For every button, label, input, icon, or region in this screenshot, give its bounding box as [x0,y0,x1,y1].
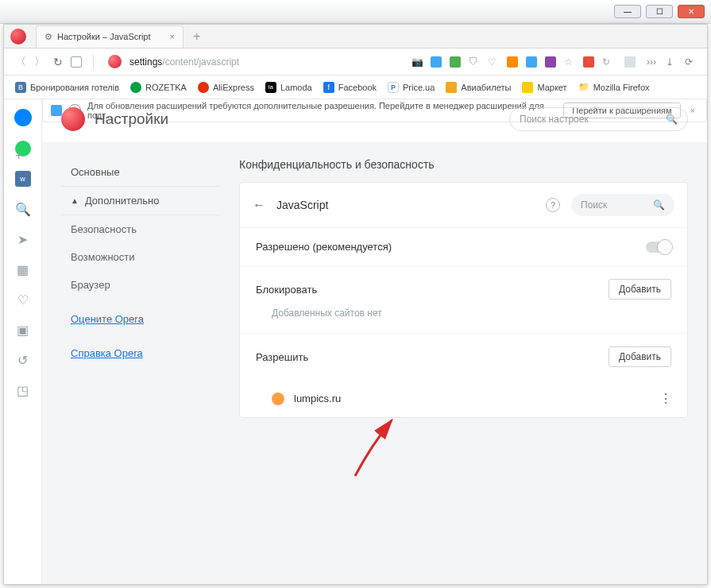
settings-content: Настройки Поиск настроек 🔍 Основные ▲Доп… [42,99,707,584]
new-tab-button[interactable]: + [193,29,200,44]
settings-header: Настройки Поиск настроек 🔍 [42,99,707,142]
search-icon: 🔍 [653,199,665,211]
bookmark-item[interactable]: fFacebook [323,82,377,93]
minimize-button[interactable]: — [614,5,641,18]
bookmark-item[interactable]: 📁Mozilla Firefox [578,82,650,93]
tab-bar: ⚙ Настройки – JavaScript × + [4,25,707,48]
nav-basic[interactable]: Основные [61,158,220,186]
browser-window: ⚙ Настройки – JavaScript × + 〈 〉 ↻ setti… [3,24,708,585]
help-icon[interactable]: ? [546,198,560,212]
card-search-input[interactable]: Поиск 🔍 [571,194,674,216]
search-icon[interactable]: 🔍 [15,201,31,217]
settings-nav: Основные ▲Дополнительно Безопасность Воз… [61,158,220,584]
site-info-icon[interactable] [108,55,122,68]
tab-close-icon[interactable]: × [170,32,175,41]
settings-search-input[interactable]: Поиск настроек 🔍 [509,107,688,131]
ext-icon-4[interactable] [526,56,537,68]
heart-sidebar-icon[interactable]: ♡ [15,292,31,308]
back-button[interactable]: 〈 [15,55,26,69]
bookmark-icon[interactable]: ☆ [564,56,575,68]
shield-icon[interactable]: ⛉ [469,56,480,68]
nav-help-opera[interactable]: Справка Opera [61,339,220,367]
news-icon[interactable]: ▣ [15,322,31,338]
rotate-icon[interactable]: ↻ [602,56,613,68]
camera-icon[interactable]: 📷 [412,56,423,68]
add-sidebar-button[interactable]: + [15,149,22,163]
allowed-site-row: lumpics.ru ⋮ [240,380,687,417]
browser-tab[interactable]: ⚙ Настройки – JavaScript × [36,25,184,48]
bookmarks-bar: BБронирования готелів ROZETKA AliExpress… [4,75,707,99]
back-arrow-button[interactable]: ← [253,198,265,212]
bookmark-item[interactable]: AliExpress [198,82,254,93]
card-title: JavaScript [276,199,535,211]
sidebar: w 🔍 ➤ ▦ ♡ ▣ ↺ ◳ [4,99,42,584]
settings-body: Основные ▲Дополнительно Безопасность Воз… [42,142,707,584]
opera-menu-button[interactable] [10,29,26,44]
nav-security[interactable]: Безопасность [61,215,220,243]
heart-icon[interactable]: ♡ [488,56,499,68]
toolbar-icons: 📷 ⛉ ♡ ☆ ↻ ››› ⤓ ⟳ [412,56,696,68]
bookmark-item[interactable]: Авиабилеты [446,82,511,93]
ext-icon-5[interactable] [545,56,556,68]
allowed-toggle-row: Разрешено (рекомендуется) [240,228,687,266]
card-header: ← JavaScript ? Поиск 🔍 [240,183,687,228]
bookmark-item[interactable]: ROZETKA [130,82,187,93]
tab-title: Настройки – JavaScript [57,32,151,41]
bookmark-item[interactable]: BБронирования готелів [15,82,119,93]
nav-features[interactable]: Возможности [61,243,220,271]
window-titlebar: — ☐ ✕ [0,0,711,24]
settings-panel: Конфиденциальность и безопасность ← Java… [239,158,688,584]
opera-logo-icon [61,107,85,131]
bookmark-item[interactable]: laLamoda [265,82,312,93]
speed-dial-button[interactable] [71,56,82,68]
allow-add-button[interactable]: Добавить [609,346,671,367]
nav-rate-opera[interactable]: Оцените Opera [61,305,220,333]
more-icon[interactable]: ››› [647,56,658,68]
block-section-header: Блокировать Добавить [240,266,687,306]
bookmark-item[interactable]: Маркет [522,82,566,93]
url-field[interactable]: settings/content/javascript [129,56,404,68]
reload-button[interactable]: ↻ [53,56,63,68]
bookmark-item[interactable]: PPrice.ua [388,82,435,93]
ext-icon-3[interactable] [507,56,518,68]
messenger-icon[interactable] [14,109,32,126]
address-bar: 〈 〉 ↻ settings/content/javascript 📷 ⛉ ♡ … [4,48,707,75]
maximize-button[interactable]: ☐ [646,5,673,18]
block-empty-text: Добавленных сайтов нет [240,306,687,334]
download-icon[interactable]: ⤓ [666,56,677,68]
history-icon[interactable]: ↺ [15,352,31,368]
javascript-card: ← JavaScript ? Поиск 🔍 Разрешено (рекоме… [239,182,688,418]
block-label: Блокировать [256,284,317,296]
ext-icon-6[interactable] [583,56,594,68]
allowed-toggle[interactable] [646,242,671,253]
allowed-label: Разрешено (рекомендуется) [256,241,392,253]
close-window-button[interactable]: ✕ [678,5,705,18]
nav-advanced[interactable]: ▲Дополнительно [61,186,220,215]
nav-browser[interactable]: Браузер [61,271,220,299]
site-favicon-icon [272,393,284,405]
send-icon[interactable]: ➤ [15,231,31,247]
search-icon: 🔍 [666,114,678,125]
cube-icon[interactable]: ◳ [15,382,31,398]
section-title: Конфиденциальность и безопасность [239,158,688,171]
page-title: Настройки [95,110,168,128]
sync-icon[interactable]: ⟳ [685,56,696,68]
site-more-button[interactable]: ⋮ [659,391,671,406]
allow-section-header: Разрешить Добавить [240,334,687,380]
ext-icon-1[interactable] [431,56,442,68]
site-domain: lumpics.ru [294,393,341,404]
vk-icon[interactable]: w [15,171,31,187]
apps-icon[interactable]: ▦ [15,261,31,277]
gear-icon: ⚙ [44,32,52,42]
ext-icon-2[interactable] [450,56,461,68]
block-add-button[interactable]: Добавить [609,279,671,300]
allow-label: Разрешить [256,351,308,363]
forward-button[interactable]: 〉 [34,55,45,69]
